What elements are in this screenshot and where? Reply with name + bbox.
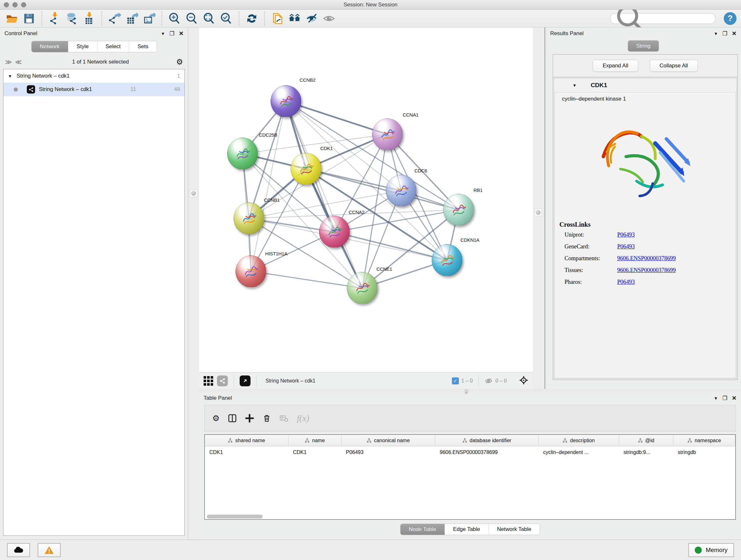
column-header-name[interactable]: name — [288, 435, 341, 446]
node-CDK1[interactable] — [291, 153, 321, 185]
crosslink-link[interactable]: P06493 — [617, 232, 635, 238]
crosslink-link[interactable]: P06493 — [617, 243, 635, 250]
warnings-button[interactable] — [38, 543, 61, 557]
show-all-icon[interactable] — [322, 11, 336, 26]
expand-all-networks-icon[interactable]: ≪ — [15, 59, 22, 65]
search-input[interactable] — [649, 16, 712, 21]
column-header-id[interactable]: @id — [619, 435, 673, 446]
grid-view-icon[interactable] — [204, 376, 213, 386]
node-CDC25B[interactable] — [227, 138, 258, 170]
save-session-icon[interactable] — [22, 11, 37, 26]
table-cell[interactable]: cyclin–dependent ... — [539, 446, 619, 458]
results-panel-splitter[interactable] — [533, 27, 544, 389]
zoom-selected-icon[interactable] — [219, 11, 233, 26]
tab-select[interactable]: Select — [97, 41, 129, 52]
crosslink-link[interactable]: 9606.ENSP00000378699 — [617, 267, 676, 273]
results-panel-float-icon[interactable]: ❐ — [723, 30, 727, 37]
first-neighbors-icon[interactable] — [287, 11, 302, 26]
protein-collapse-icon[interactable]: ▼ — [572, 83, 577, 88]
results-panel-close-icon[interactable]: ✕ — [732, 30, 737, 37]
import-table-icon[interactable] — [82, 11, 96, 26]
fit-selected-icon[interactable] — [519, 375, 529, 386]
node-CCNB2[interactable] — [271, 85, 301, 117]
create-column-icon[interactable] — [245, 414, 254, 423]
node-CDC6[interactable] — [386, 175, 416, 206]
table-cell[interactable]: CDK1 — [205, 446, 288, 458]
network-view-icon[interactable] — [217, 375, 228, 386]
edge-CCNB2-CCNE1[interactable] — [286, 101, 362, 288]
column-header-shared-name[interactable]: shared name — [205, 435, 288, 446]
open-session-icon[interactable] — [4, 11, 19, 26]
node-CCNB1[interactable] — [233, 202, 264, 234]
column-header-description[interactable]: description — [539, 435, 619, 446]
network-collection-row[interactable]: ▼ String Network – cdk1 1 — [3, 69, 185, 83]
collection-expand-icon[interactable]: ▼ — [8, 74, 12, 78]
table-row[interactable]: CDK1CDK1P064939606.ENSP00000378699cyclin… — [205, 446, 735, 458]
node-RB1[interactable] — [443, 194, 474, 226]
node-HIST1H1A[interactable] — [235, 255, 266, 287]
splitter-handle[interactable] — [465, 389, 468, 394]
annotation-icon[interactable] — [270, 11, 285, 26]
node-CCNE1[interactable] — [347, 272, 378, 304]
expand-all-button[interactable]: Expand All — [593, 60, 638, 72]
tab-string[interactable]: String — [628, 41, 659, 51]
control-panel-close-icon[interactable]: ✕ — [179, 30, 184, 37]
splitter-handle[interactable] — [535, 209, 542, 216]
zoom-fit-icon[interactable] — [202, 11, 216, 26]
collapse-all-button[interactable]: Collapse All — [650, 60, 698, 72]
show-columns-icon[interactable] — [228, 414, 237, 423]
tab-network-table[interactable]: Network Table — [488, 524, 540, 535]
edge-CCNA2-CDKN1A[interactable] — [334, 232, 448, 260]
apply-layout-icon[interactable] — [245, 11, 259, 26]
tab-network[interactable]: Network — [31, 41, 68, 52]
help-button[interactable]: ? — [724, 12, 737, 25]
network-canvas[interactable]: CCNB2 CCNA1 CDC25B CDK1 CDC6 RB1 CCNB1 C… — [199, 27, 533, 372]
table-panel-menu-icon[interactable]: ▼ — [714, 396, 718, 401]
column-header-namespace[interactable]: namespace — [673, 435, 735, 446]
control-panel-float-icon[interactable]: ❐ — [170, 30, 174, 37]
control-panel-splitter[interactable] — [188, 27, 199, 540]
import-network-database-icon[interactable] — [64, 11, 79, 26]
delete-column-icon[interactable] — [262, 414, 271, 423]
collapse-all-networks-icon[interactable]: ≫ — [5, 59, 12, 65]
table-cell[interactable]: stringdb — [673, 446, 735, 458]
birdseye-view-icon[interactable] — [240, 375, 251, 386]
column-header-database-identifier[interactable]: database identifier — [435, 435, 539, 446]
node-CCNA2[interactable] — [319, 216, 350, 248]
export-image-icon[interactable] — [142, 11, 156, 26]
table-panel-splitter[interactable] — [199, 389, 741, 392]
table-cell[interactable]: 9606.ENSP00000378699 — [435, 446, 539, 458]
table-cell[interactable]: P06493 — [341, 446, 435, 458]
node-table[interactable]: shared namenamecanonical namedatabase id… — [204, 434, 736, 520]
tab-edge-table[interactable]: Edge Table — [445, 524, 488, 535]
table-horizontal-scrollbar[interactable] — [207, 515, 263, 518]
zoom-out-icon[interactable] — [185, 11, 199, 26]
zoom-in-icon[interactable] — [167, 11, 182, 26]
table-options-gear-icon[interactable]: ⚙ — [212, 414, 219, 423]
column-header-canonical-name[interactable]: canonical name — [341, 435, 435, 446]
search-box[interactable] — [610, 13, 716, 24]
node-CCNA1[interactable] — [372, 118, 403, 150]
node-CDKN1A[interactable] — [432, 244, 462, 276]
tab-node-table[interactable]: Node Table — [401, 524, 445, 535]
crosslink-link[interactable]: P06493 — [617, 279, 635, 286]
network-options-gear-icon[interactable]: ⚙ — [176, 57, 183, 66]
cloud-button[interactable] — [7, 543, 30, 557]
import-network-file-icon[interactable] — [47, 11, 62, 26]
edge-HIST1H1A-CCNE1[interactable] — [251, 271, 362, 288]
results-panel-menu-icon[interactable]: ▼ — [714, 31, 718, 36]
crosslink-link[interactable]: 9606.ENSP00000378699 — [617, 255, 676, 262]
hide-selected-icon[interactable] — [305, 11, 319, 26]
memory-button[interactable]: Memory — [688, 543, 734, 557]
splitter-handle[interactable] — [190, 190, 197, 197]
export-network-icon[interactable] — [107, 11, 122, 26]
table-panel-close-icon[interactable]: ✕ — [732, 395, 737, 401]
tab-style[interactable]: Style — [68, 41, 97, 52]
table-cell[interactable]: CDK1 — [288, 446, 341, 458]
control-panel-menu-icon[interactable]: ▼ — [161, 31, 165, 36]
tab-sets[interactable]: Sets — [129, 41, 157, 52]
export-table-icon[interactable] — [125, 11, 139, 26]
table-panel-float-icon[interactable]: ❐ — [723, 395, 727, 401]
table-cell[interactable]: stringdb:9... — [619, 446, 673, 458]
network-row[interactable]: String Network – cdk1 11 48 — [3, 83, 185, 96]
